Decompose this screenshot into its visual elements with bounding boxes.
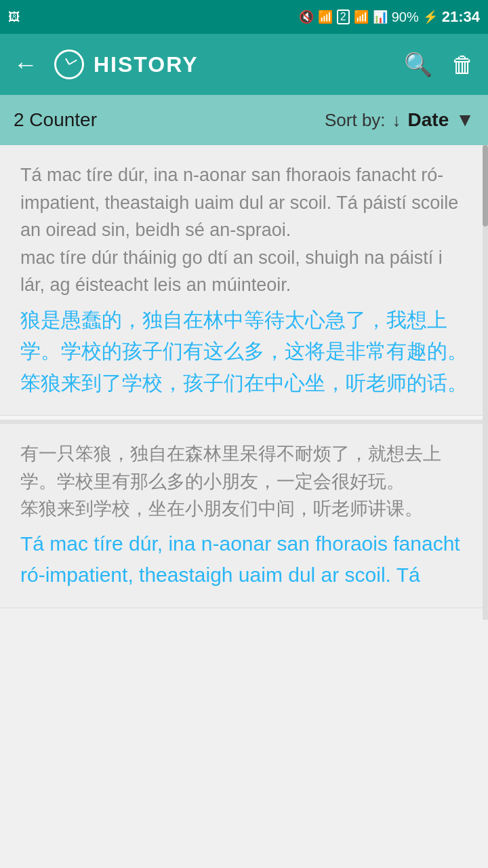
battery-icon: ⚡ [423,9,438,24]
clock-hands [60,55,79,74]
status-bar: 🖼 🔇 📶 2 📶 📊 90% ⚡ 21:34 [0,0,488,34]
search-button[interactable]: 🔍 [404,51,432,78]
counter-label: 2 Counter [14,109,325,131]
wifi-icon: 📶 [318,9,333,24]
card-blue-text: 狼是愚蠢的，独自在林中等待太心急了，我想上学。学校的孩子们有这么多，这将是非常有… [20,304,468,399]
sort-control[interactable]: Sort by: ↓ Date ▼ [325,109,474,131]
list-item[interactable]: 有一只笨狼，独自在森林里呆得不耐烦了，就想去上学。学校里有那么多的小朋友，一定会… [0,424,488,608]
scrollbar-track[interactable] [483,145,488,620]
signal-icon: 📶 [354,9,369,24]
page-wrapper: 🖼 🔇 📶 2 📶 📊 90% ⚡ 21:34 ← HISTORY 🔍 🗑 [0,0,488,608]
card-gray-text: 有一只笨狼，独自在森林里呆得不耐烦了，就想去上学。学校里有那么多的小朋友，一定会… [20,440,468,523]
back-button[interactable]: ← [14,50,38,79]
sort-value: Date [408,109,449,131]
photo-icon: 🖼 [8,10,20,24]
sort-direction-icon: ↓ [392,110,401,131]
battery-level: 90% [392,9,419,25]
delete-button[interactable]: 🗑 [451,52,474,78]
clock-minute-hand [69,60,77,65]
sort-by-label: Sort by: [325,110,386,131]
status-bar-left: 🖼 [8,10,20,24]
history-clock-icon [54,50,84,79]
clock-time: 21:34 [442,8,480,26]
scrollbar-thumb[interactable] [483,145,488,226]
app-header: ← HISTORY 🔍 🗑 [0,34,488,95]
header-actions: 🔍 🗑 [404,51,474,78]
data-signal-icon: 📊 [373,9,388,24]
list-item[interactable]: Tá mac tíre dúr, ina n-aonar san fhoraoi… [0,145,488,416]
filter-bar: 2 Counter Sort by: ↓ Date ▼ [0,95,488,145]
content-area: Tá mac tíre dúr, ina n-aonar san fhoraoi… [0,145,488,608]
card-blue-text: Tá mac tíre dúr, ina n-aonar san fhoraoi… [20,528,468,591]
mute-icon: 🔇 [299,9,314,24]
status-bar-right: 🔇 📶 2 📶 📊 90% ⚡ 21:34 [299,8,480,26]
page-title: HISTORY [94,52,404,77]
sort-chevron-icon[interactable]: ▼ [455,109,474,131]
sim-badge: 2 [337,9,350,24]
card-gray-text: Tá mac tíre dúr, ina n-aonar san fhoraoi… [20,161,468,299]
